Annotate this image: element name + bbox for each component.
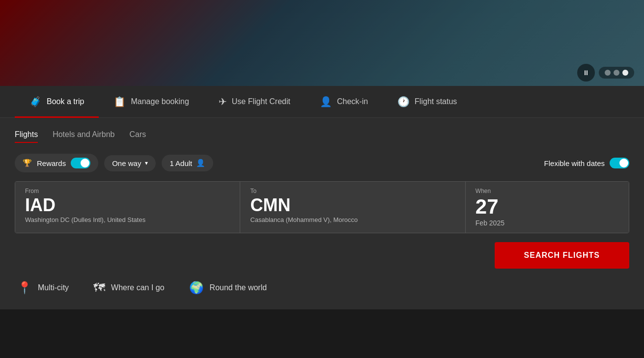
when-day: 27 [476,196,619,217]
tab-check-in-label: Check-in [337,97,368,106]
tab-flight-credit-label: Use Flight Credit [232,97,290,106]
globe-icon: 🌍 [189,281,204,295]
nav-tabs: 🧳 Book a trip 📋 Manage booking ✈ Use Fli… [0,86,644,118]
tab-use-flight-credit[interactable]: ✈ Use Flight Credit [204,86,305,118]
rewards-label: Rewards [37,159,66,167]
subtab-hotels[interactable]: Hotels and Airbnb [53,130,114,143]
tab-manage-booking-label: Manage booking [131,97,189,106]
slide-dot-1[interactable] [605,70,611,76]
rewards-switch[interactable] [71,158,90,168]
when-label: When [476,188,619,194]
slide-dot-2[interactable] [614,70,619,76]
to-label: To [250,188,455,194]
from-code: IAD [25,196,230,214]
round-the-world-label: Round the world [210,283,267,292]
round-the-world-link[interactable]: 🌍 Round the world [189,281,267,295]
slide-dot-3[interactable] [622,70,628,76]
pause-button[interactable]: ⏸ [577,64,595,82]
flexible-dates-label: Flexible with dates [544,159,605,167]
tab-flight-status-label: Flight status [415,97,457,106]
slide-controls[interactable] [599,67,634,79]
from-name: Washington DC (Dulles Intl), United Stat… [25,216,230,223]
from-field[interactable]: From IAD Washington DC (Dulles Intl), Un… [15,182,240,233]
content-area: Flights Hotels and Airbnb Cars 🏆 Rewards… [0,118,644,309]
flexible-dates-switch[interactable] [610,158,629,168]
main-container: 🧳 Book a trip 📋 Manage booking ✈ Use Fli… [0,86,644,309]
search-fields: From IAD Washington DC (Dulles Intl), Un… [15,181,629,233]
from-label: From [25,188,230,194]
to-name: Casablanca (Mohammed V), Morocco [250,216,455,223]
to-field[interactable]: To CMN Casablanca (Mohammed V), Morocco [240,182,465,233]
document-icon: 📋 [113,96,126,108]
tab-check-in[interactable]: 👤 Check-in [305,86,383,118]
options-row: 🏆 Rewards One way ▾ 1 Adult 👤 Flexible w… [15,154,629,172]
plane-icon: ✈ [219,96,227,108]
trip-type-dropdown[interactable]: One way ▾ [104,155,156,171]
tab-manage-booking[interactable]: 📋 Manage booking [99,86,203,118]
search-flights-button[interactable]: SEARCH FLIGHTS [495,242,629,269]
media-controls: ⏸ [577,64,634,82]
luggage-icon: 🧳 [29,96,42,108]
flexible-dates-toggle[interactable]: Flexible with dates [544,158,629,168]
passenger-icon: 👤 [196,159,205,167]
tab-flight-status[interactable]: 🕐 Flight status [383,86,472,118]
to-code: CMN [250,196,455,214]
where-can-i-go-link[interactable]: 🗺 Where can I go [93,281,165,295]
chevron-down-icon: ▾ [145,160,148,166]
subtab-flights[interactable]: Flights [15,130,38,143]
passengers-value: 1 Adult [169,159,192,167]
multi-city-label: Multi-city [38,283,69,292]
when-month: Feb 2025 [476,219,619,227]
bottom-links: 📍 Multi-city 🗺 Where can I go 🌍 Round th… [15,281,629,295]
multi-city-icon: 📍 [17,281,32,295]
clock-icon: 🕐 [397,96,410,108]
passenger-dropdown[interactable]: 1 Adult 👤 [162,155,213,171]
person-icon: 👤 [320,96,332,108]
subtab-cars[interactable]: Cars [129,130,146,143]
trip-type-value: One way [112,159,141,167]
sub-tabs: Flights Hotels and Airbnb Cars [15,130,629,143]
rewards-icon: 🏆 [23,159,32,167]
where-can-i-go-label: Where can I go [111,283,165,292]
tab-book-trip[interactable]: 🧳 Book a trip [15,86,99,118]
rewards-toggle[interactable]: 🏆 Rewards [15,154,98,172]
hero-overlay [0,0,644,86]
when-field[interactable]: When 27 Feb 2025 [466,182,629,233]
search-button-row: SEARCH FLIGHTS [15,242,629,269]
tab-book-trip-label: Book a trip [47,97,84,106]
multi-city-link[interactable]: 📍 Multi-city [17,281,69,295]
map-pin-icon: 🗺 [93,281,105,295]
